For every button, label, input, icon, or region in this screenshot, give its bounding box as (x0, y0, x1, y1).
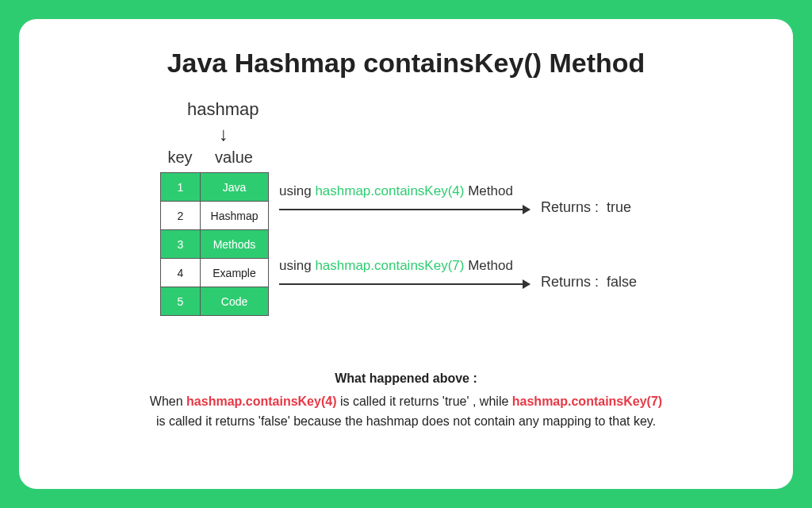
returns-text: Returns : false (541, 274, 637, 291)
content-card: Java Hashmap containsKey() Method hashma… (19, 19, 793, 489)
table-row: 2 Hashmap (161, 202, 269, 230)
method-call-2: using hashmap.containsKey(7) Method Retu… (279, 258, 637, 291)
returns-value: false (607, 274, 637, 290)
returns-label: Returns : (541, 199, 599, 215)
cell-value: Hashmap (201, 202, 269, 230)
table-row: 3 Methods (161, 230, 269, 259)
diagram-area: hashmap ↓ key value 1 Java 2 Hashmap 3 M… (57, 99, 755, 369)
table-row: 5 Code (161, 287, 269, 316)
text-prefix: using (279, 258, 315, 273)
arrow-right-icon (279, 283, 530, 285)
cell-key: 3 (161, 230, 201, 259)
cell-value: Example (201, 259, 269, 287)
explanation-heading: What happened above : (57, 369, 755, 389)
method-code: hashmap.containsKey(4) (315, 183, 464, 198)
text-prefix: using (279, 183, 315, 198)
table-row: 4 Example (161, 259, 269, 287)
cell-key: 1 (161, 173, 201, 202)
method-call-1: using hashmap.containsKey(4) Method Retu… (279, 183, 631, 216)
code-red: hashmap.containsKey(4) (186, 394, 336, 408)
hashmap-table: 1 Java 2 Hashmap 3 Methods 4 Example 5 C… (160, 172, 269, 316)
returns-label: Returns : (541, 274, 599, 290)
text-suffix: Method (464, 258, 512, 273)
method-code: hashmap.containsKey(7) (315, 258, 464, 273)
text: is called it returns 'false' because the… (156, 414, 656, 428)
arrow-right-icon (279, 209, 530, 210)
page-title: Java Hashmap containsKey() Method (57, 48, 755, 79)
down-arrow-icon: ↓ (219, 123, 228, 145)
method-text: using hashmap.containsKey(7) Method (279, 258, 637, 274)
method-text: using hashmap.containsKey(4) Method (279, 183, 631, 199)
cell-key: 2 (161, 202, 201, 230)
table-headers: key value (160, 148, 268, 167)
table-row: 1 Java (161, 173, 269, 202)
cell-value: Code (201, 287, 269, 316)
text: When (150, 394, 186, 408)
returns-value: true (607, 199, 631, 215)
cell-value: Methods (201, 230, 269, 259)
explanation-body: When hashmap.containsKey(4) is called it… (57, 392, 755, 432)
cell-key: 4 (161, 259, 201, 287)
explanation: What happened above : When hashmap.conta… (57, 369, 755, 431)
cell-key: 5 (161, 287, 201, 316)
text: is called it returns 'true' , while (336, 394, 511, 408)
code-red: hashmap.containsKey(7) (512, 394, 662, 408)
text-suffix: Method (464, 183, 512, 198)
header-key: key (160, 148, 200, 167)
cell-value: Java (201, 173, 269, 202)
returns-text: Returns : true (541, 199, 631, 216)
header-value: value (200, 148, 268, 167)
hashmap-label: hashmap (187, 99, 259, 120)
